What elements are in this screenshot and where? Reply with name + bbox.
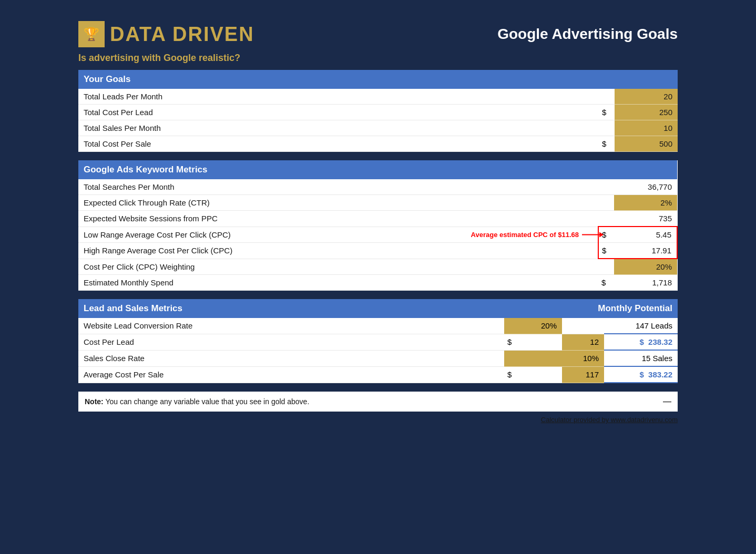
row-label: Low Range Average Cost Per Click (CPC) A… [78,227,598,243]
row-label: Total Sales Per Month [78,120,599,136]
annotation-text: Average estimated CPC of $11.68 [471,231,579,239]
right-value-blue: $ 238.32 [604,334,678,350]
row-value: 1,718 [614,275,677,291]
row-label: Sales Close Rate [78,350,504,366]
mid-value[interactable]: 20% [504,318,562,334]
table-row: Estimated Monthly Spend $ 1,718 [78,275,677,291]
table-row: Cost Per Lead $ 12 $ 238.32 [78,334,678,350]
logo-icon: 🏆 [78,21,105,47]
dollar-prefix: $ [639,370,648,379]
footer-link[interactable]: Calculator provided by www.datadrivenu.c… [541,416,678,424]
mid-value[interactable]: 12 [562,334,604,350]
right-value: 147 Leads [604,318,678,334]
footer: Calculator provided by www.datadrivenu.c… [78,415,678,424]
table-row: Total Cost Per Sale $ 500 [78,136,678,152]
table-row-low-cpc: Low Range Average Cost Per Click (CPC) A… [78,227,677,243]
section-header-row: Your Goals [78,70,678,89]
row-label: Total Cost Per Sale [78,136,599,152]
table-row: Average Cost Per Sale $ 117 $ 383.22 [78,366,678,383]
subtitle: Is advertising with Google realistic? [78,53,678,64]
lead-sales-table: Lead and Sales Metrics Monthly Potential… [78,299,678,383]
row-dollar [598,259,614,275]
table-row: Total Cost Per Lead $ 250 [78,105,678,120]
row-dollar: $ [598,243,614,259]
logo: 🏆 DATA DRIVEN [78,21,254,47]
section-header-row: Lead and Sales Metrics Monthly Potential [78,299,678,318]
note-section: Note: You can change any variable value … [78,392,678,412]
calculator-container: 🏆 DATA DRIVEN Google Advertising Goals I… [63,11,693,440]
row-value: 17.91 [614,243,677,259]
row-label: Expected Click Through Rate (CTR) [78,195,598,211]
mid-dollar: $ [504,334,562,350]
row-label: Total Searches Per Month [78,179,598,195]
monthly-potential-header: Monthly Potential [562,299,678,318]
row-dollar [599,89,615,105]
note-bold: Note: [85,397,104,406]
google-ads-header: Google Ads Keyword Metrics [78,160,677,179]
table-row: Expected Click Through Rate (CTR) 2% [78,195,677,211]
row-label: Expected Website Sessions from PPC [78,211,598,227]
table-row: Expected Website Sessions from PPC 735 [78,211,677,227]
mid-value[interactable]: 117 [562,366,604,383]
row-dollar [598,179,614,195]
row-label: Total Leads Per Month [78,89,599,105]
table-row: Sales Close Rate 10% 15 Sales [78,350,678,366]
logo-text: DATA DRIVEN [110,23,254,46]
row-label: Average Cost Per Sale [78,366,504,383]
right-value-blue: $ 383.22 [604,366,678,383]
arrow-icon [582,234,603,235]
row-value[interactable]: 20% [614,259,677,275]
mid-dollar: $ [504,366,562,383]
note-content: You can change any variable value that y… [105,397,309,406]
table-row: Cost Per Click (CPC) Weighting 20% [78,259,677,275]
row-value[interactable]: 250 [615,105,678,120]
header: 🏆 DATA DRIVEN Google Advertising Goals [78,21,678,47]
row-value[interactable]: 500 [615,136,678,152]
note-dash: — [663,397,671,406]
row-label: Cost Per Lead [78,334,504,350]
your-goals-header: Your Goals [78,70,678,89]
table-row-high-cpc: High Range Average Cost Per Click (CPC) … [78,243,677,259]
mid-value[interactable]: 10% [504,350,604,366]
row-label: Estimated Monthly Spend [78,275,598,291]
row-dollar: $ [598,275,614,291]
row-label: High Range Average Cost Per Click (CPC) [78,243,598,259]
annotation: Average estimated CPC of $11.68 [471,231,603,239]
row-label: Cost Per Click (CPC) Weighting [78,259,598,275]
your-goals-table: Your Goals Total Leads Per Month 20 Tota… [78,70,678,152]
row-label: Total Cost Per Lead [78,105,599,120]
row-dollar: $ [599,136,615,152]
row-value: 36,770 [614,179,677,195]
google-ads-table: Google Ads Keyword Metrics Total Searche… [78,160,678,291]
lead-sales-header: Lead and Sales Metrics [78,299,562,318]
row-dollar [562,318,604,334]
row-dollar [598,195,614,211]
table-row: Total Sales Per Month 10 [78,120,678,136]
table-row: Total Leads Per Month 20 [78,89,678,105]
row-label: Website Lead Conversion Rate [78,318,504,334]
section-header-row: Google Ads Keyword Metrics [78,160,677,179]
right-value: 15 Sales [604,350,678,366]
row-value: 735 [614,211,677,227]
table-row: Total Searches Per Month 36,770 [78,179,677,195]
row-value: 5.45 [614,227,677,243]
page-title: Google Advertising Goals [497,26,678,43]
table-row: Website Lead Conversion Rate 20% 147 Lea… [78,318,678,334]
row-dollar: $ [599,105,615,120]
row-dollar [599,120,615,136]
note-text: Note: You can change any variable value … [85,397,309,406]
row-value[interactable]: 10 [615,120,678,136]
dollar-prefix: $ [639,337,648,346]
row-value[interactable]: 20 [615,89,678,105]
row-value[interactable]: 2% [614,195,677,211]
row-dollar [598,211,614,227]
